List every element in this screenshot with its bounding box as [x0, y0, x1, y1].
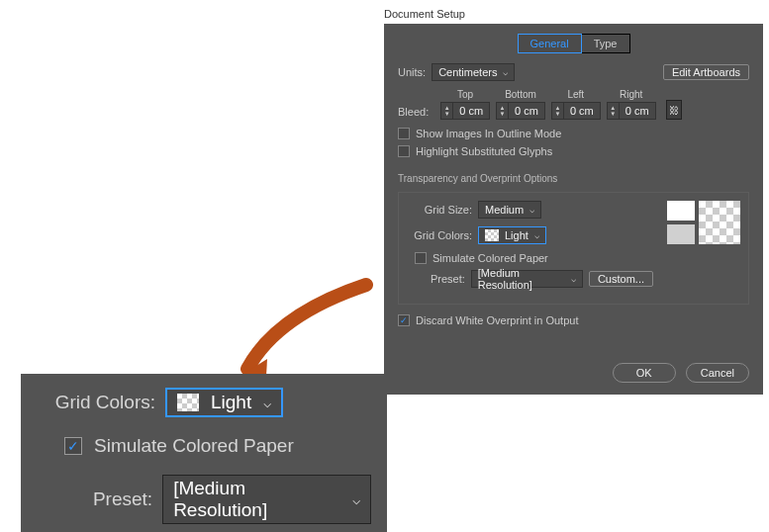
bleed-top-label: Top [457, 89, 473, 100]
simulate-colored-paper-label: Simulate Colored Paper [433, 252, 548, 264]
checker-swatch-icon [177, 394, 199, 411]
chevron-down-icon: ⌵ [571, 274, 576, 284]
chevron-down-icon: ⌵ [529, 205, 534, 215]
ok-button[interactable]: OK [613, 363, 676, 383]
units-value: Centimeters [438, 66, 497, 78]
preset-select[interactable]: [Medium Resolution] ⌵ [471, 270, 583, 288]
preset-label: Preset: [407, 273, 465, 285]
grid-size-label: Grid Size: [407, 204, 472, 216]
tab-type[interactable]: Type [582, 34, 630, 53]
grid-colors-label: Grid Colors: [407, 229, 472, 241]
bleed-left-label: Left [567, 89, 584, 100]
units-select[interactable]: Centimeters ⌵ [432, 63, 515, 81]
highlight-glyphs-checkbox[interactable] [398, 145, 410, 157]
dialog-title: Document Setup [384, 8, 465, 20]
bleed-left-input[interactable]: ▲▼ 0 cm [551, 102, 601, 120]
transparency-section-title: Transparency and Overprint Options [398, 173, 749, 184]
zoom-preset-label: Preset: [29, 488, 152, 510]
bleed-label: Bleed: [398, 106, 429, 118]
chevron-down-icon: ⌵ [263, 395, 271, 410]
units-label: Units: [398, 66, 426, 78]
edit-artboards-button[interactable]: Edit Artboards [663, 64, 749, 80]
grid-colors-select[interactable]: Light ⌵ [478, 226, 546, 244]
highlight-glyphs-label: Highlight Substituted Glyphs [416, 145, 552, 157]
swatch-gray[interactable] [667, 224, 695, 244]
discard-white-label: Discard White Overprint in Output [416, 314, 578, 326]
zoom-simulate-checkbox[interactable]: ✓ [64, 437, 82, 455]
show-outline-label: Show Images In Outline Mode [416, 128, 561, 139]
chevron-down-icon: ⌵ [534, 230, 539, 240]
cancel-button[interactable]: Cancel [686, 363, 749, 383]
bleed-right-label: Right [620, 89, 642, 100]
bleed-bottom-input[interactable]: ▲▼ 0 cm [496, 102, 545, 120]
custom-button[interactable]: Custom... [589, 271, 653, 287]
bleed-bottom-label: Bottom [505, 89, 536, 100]
chevron-down-icon: ⌵ [503, 67, 508, 77]
zoom-simulate-label: Simulate Colored Paper [94, 435, 294, 457]
swatch-white[interactable] [667, 201, 695, 221]
zoom-grid-colors-select[interactable]: Light ⌵ [165, 388, 283, 417]
zoom-preset-select[interactable]: [Medium Resolution] ⌵ [162, 475, 371, 524]
zoom-panel: Grid Colors: Light ⌵ ✓ Simulate Colored … [21, 374, 387, 532]
bleed-top-input[interactable]: ▲▼ 0 cm [440, 102, 490, 120]
bleed-right-input[interactable]: ▲▼ 0 cm [607, 102, 656, 120]
transparency-options: Grid Size: Medium ⌵ Grid Colors: Light ⌵… [398, 192, 749, 305]
checker-preview [699, 201, 740, 244]
link-bleed-icon[interactable]: ⛓ [666, 100, 682, 120]
discard-white-checkbox[interactable]: ✓ [398, 314, 410, 326]
checker-swatch-icon [485, 229, 499, 241]
chevron-down-icon: ⌵ [352, 491, 360, 507]
document-setup-dialog: General Type Units: Centimeters ⌵ Edit A… [384, 24, 763, 395]
tab-bar: General Type [398, 34, 749, 53]
tab-general[interactable]: General [518, 34, 582, 53]
grid-size-select[interactable]: Medium ⌵ [478, 201, 541, 219]
show-outline-checkbox[interactable] [398, 128, 410, 139]
simulate-colored-paper-checkbox[interactable] [415, 252, 427, 264]
zoom-grid-colors-label: Grid Colors: [29, 392, 155, 413]
